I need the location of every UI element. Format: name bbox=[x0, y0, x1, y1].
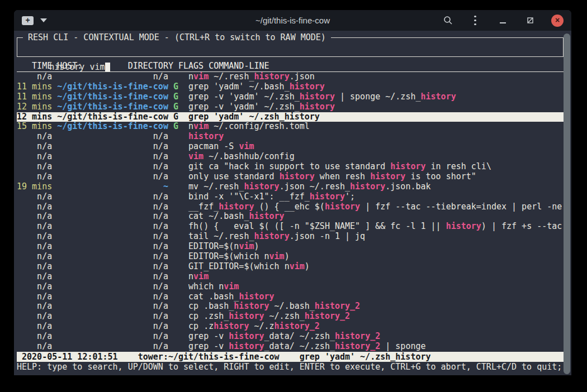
history-row[interactable]: n/a n/a grep -v history_data/ ~/.zsh_his… bbox=[17, 332, 564, 342]
history-row-selected[interactable]: 12 mins ~/git/this-is-fine-cow G grep 'y… bbox=[17, 112, 564, 122]
history-row[interactable]: n/a n/a cat ~/.bash_history bbox=[17, 212, 564, 222]
history-row[interactable]: n/a n/a which nvim bbox=[17, 282, 564, 292]
history-row[interactable]: n/a n/a cp .zhistory ~/.zhistory_2 bbox=[17, 322, 564, 332]
history-row[interactable]: n/a n/a nvim bbox=[17, 272, 564, 282]
help-line: HELP: type to search, UP/DOWN to select,… bbox=[17, 362, 564, 372]
history-row[interactable]: n/a n/a bind -x '"\C-x1": __fzf_history'… bbox=[17, 192, 564, 202]
status-bar: 2020-05-11 12:01:51 tower:~/git/this-is-… bbox=[17, 352, 564, 362]
history-row[interactable]: n/a n/a EDITOR=$(which nvim) bbox=[17, 252, 564, 262]
search-query-text: history vim bbox=[49, 62, 105, 72]
history-row[interactable]: 15 mins ~/git/this-is-fine-cow G nvim ~/… bbox=[17, 122, 564, 132]
history-row[interactable]: 11 mins ~/git/this-is-fine-cow G grep 'y… bbox=[17, 82, 564, 92]
history-row[interactable]: n/a n/a only use standard history when r… bbox=[17, 172, 564, 182]
history-row[interactable]: n/a n/a grep -v history_data/ ~/.zsh_his… bbox=[17, 342, 564, 352]
history-row[interactable]: n/a n/a cat .bash_history bbox=[17, 292, 564, 302]
history-row[interactable]: n/a n/a vim ~/.bashhub/config bbox=[17, 152, 564, 162]
history-row[interactable]: n/a n/a history bbox=[17, 132, 564, 142]
search-box[interactable]: RESH CLI - CONTEXTUAL MODE - (CTRL+R to … bbox=[17, 37, 564, 57]
close-button[interactable]: × bbox=[551, 15, 564, 27]
window-title: ~/git/this-is-fine-cow bbox=[255, 16, 330, 25]
history-row[interactable]: n/a n/a pacman -S vim bbox=[17, 142, 564, 152]
history-row[interactable]: n/a n/a git ca "hack in support to use s… bbox=[17, 162, 564, 172]
search-input[interactable]: history vim bbox=[49, 62, 110, 72]
history-row[interactable]: 11 mins ~/git/this-is-fine-cow G grep -v… bbox=[17, 92, 564, 102]
history-row[interactable]: n/a n/a nvim ~/.resh_history.json bbox=[17, 72, 564, 82]
chevron-down-icon[interactable] bbox=[40, 18, 47, 22]
history-row[interactable]: n/a n/a fh() { eval $( ([ -n "$ZSH_NAME"… bbox=[17, 222, 564, 232]
history-list: n/a n/a nvim ~/.resh_history.json11 mins… bbox=[17, 72, 564, 352]
history-row[interactable]: 19 mins ~ mv ~/.resh_history.json ~/.res… bbox=[17, 182, 564, 192]
terminal-screen: RESH CLI - CONTEXTUAL MODE - (CTRL+R to … bbox=[14, 31, 571, 375]
titlebar: + ~/git/this-is-fine-cow × bbox=[14, 10, 571, 31]
history-row[interactable]: 12 mins ~/git/this-is-fine-cow G grep -v… bbox=[17, 102, 564, 112]
search-box-title: RESH CLI - CONTEXTUAL MODE - (CTRL+R to … bbox=[23, 32, 331, 43]
menu-kebab-icon[interactable] bbox=[469, 15, 481, 27]
minimize-button[interactable] bbox=[496, 15, 509, 27]
scrollbar[interactable] bbox=[564, 34, 570, 374]
history-row[interactable]: n/a n/a GIT_EDITOR=$(which nvim) bbox=[17, 262, 564, 272]
history-row[interactable]: n/a n/a __fzf_history () { __ehc $(histo… bbox=[17, 202, 564, 212]
text-cursor bbox=[105, 63, 110, 71]
history-row[interactable]: n/a n/a cp .bash_history ~/.bash_history… bbox=[17, 302, 564, 312]
history-row[interactable]: n/a n/a cp .zsh_history ~/.zsh_history_2 bbox=[17, 312, 564, 322]
terminal-window: + ~/git/this-is-fine-cow × bbox=[14, 10, 571, 375]
history-row[interactable]: n/a n/a tail ~/.resh_history.json -n 1 |… bbox=[17, 232, 564, 242]
new-tab-icon[interactable]: + bbox=[22, 16, 34, 25]
history-row[interactable]: n/a n/a EDITOR=$(nvim) bbox=[17, 242, 564, 252]
restore-button[interactable] bbox=[524, 15, 536, 27]
search-icon[interactable] bbox=[442, 15, 454, 27]
